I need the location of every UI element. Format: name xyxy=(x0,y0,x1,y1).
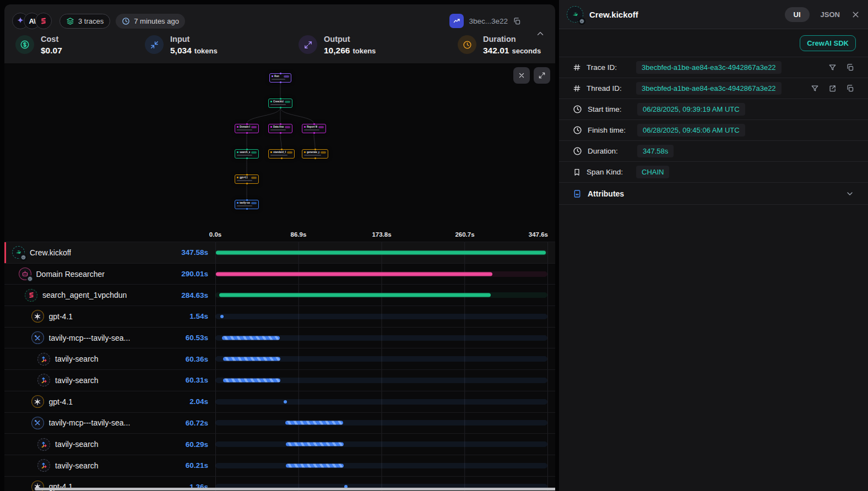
graph-close-button[interactable] xyxy=(513,67,530,84)
span-duration: 2.04s xyxy=(189,397,215,406)
span-bar xyxy=(222,336,280,340)
detail-field-row: Trace ID: 3becbfed-a1be-ae84-ea3c-494286… xyxy=(559,57,868,78)
trace-id-short: 3bec...3e22 xyxy=(469,17,508,25)
stat-suffix: tokens xyxy=(352,47,376,55)
graph-node-label: generate_prompt xyxy=(307,151,319,154)
span-bar xyxy=(284,400,287,403)
stat-label: Duration xyxy=(483,35,541,43)
detail-field-row: Finish time: 06/28/2025, 09:45:06 AM UTC xyxy=(559,120,868,141)
chevron-down-icon[interactable] xyxy=(845,189,854,198)
graph-node-kickoff[interactable]: Crew.kickoff xyxy=(268,99,292,108)
span-bar xyxy=(286,463,343,467)
span-row-label: gpt-4.1 1.54s xyxy=(4,306,215,327)
graph-node-search[interactable]: search_agen... xyxy=(235,149,259,159)
stat-value: $0.07 xyxy=(41,46,62,55)
graph-edges xyxy=(4,63,555,220)
clock-icon xyxy=(573,146,582,156)
stat-value: 5,034 xyxy=(170,46,192,55)
tavily-icon xyxy=(37,438,50,451)
trend-icon xyxy=(449,14,464,28)
collapse-chevron-icon[interactable] xyxy=(535,29,545,39)
json-doc-icon xyxy=(573,189,582,198)
stat-item: Duration 342.01seconds xyxy=(458,35,541,56)
span-track xyxy=(215,264,548,285)
copy-icon[interactable] xyxy=(513,17,521,25)
span-row[interactable]: search_agent_1vpchdun 284.63s xyxy=(4,284,555,305)
filter-icon[interactable] xyxy=(811,84,819,92)
stat-item: Output 10,266tokens xyxy=(299,35,458,56)
traces-count-label: 3 traces xyxy=(78,17,104,25)
span-row-label: tavily-mcp---tavily-sea... 60.72s xyxy=(4,413,215,434)
external-link-icon[interactable] xyxy=(828,84,837,92)
span-row[interactable]: gpt-4.1 2.04s xyxy=(4,391,555,412)
span-name: gpt-4.1 xyxy=(49,312,73,321)
graph-node-domain[interactable]: Domain Research... xyxy=(235,124,259,133)
span-row-label: tavily-search 60.36s xyxy=(4,348,215,369)
field-value: 06/28/2025, 09:39:19 AM UTC xyxy=(637,103,745,116)
graph-node-label: Data Analyst xyxy=(273,126,284,128)
axis-tick: 86.9s xyxy=(291,231,307,238)
span-duration: 60.21s xyxy=(186,461,215,470)
crewai-icon xyxy=(567,6,583,23)
span-bar xyxy=(285,421,343,425)
hash-icon xyxy=(573,84,581,92)
graph-node-run[interactable]: Run xyxy=(269,73,291,83)
span-row[interactable]: Domain Researcher 290.01s xyxy=(4,263,555,285)
graph-node-standard[interactable]: standard_Prompt xyxy=(268,149,295,159)
trace-id-chip[interactable]: 3bec...3e22 xyxy=(449,14,521,28)
span-row[interactable]: tavily-mcp---tavily-sea... 60.53s xyxy=(4,327,555,348)
span-row[interactable]: tavily-search 60.31s xyxy=(4,369,555,391)
layers-icon xyxy=(66,17,74,25)
traces-count-pill[interactable]: 3 traces xyxy=(59,14,110,29)
tools-icon xyxy=(31,417,44,429)
clock-icon xyxy=(573,105,582,114)
span-row[interactable]: tavily-search 60.21s xyxy=(4,455,555,476)
tavily-icon xyxy=(37,374,50,386)
field-value: 06/28/2025, 09:45:06 AM UTC xyxy=(637,124,745,137)
arrows-out-icon xyxy=(299,35,317,54)
trace-stats: Cost $0.07 Input 5,034tokens Output 10,2… xyxy=(4,30,555,56)
copy-icon[interactable] xyxy=(846,84,854,92)
span-row[interactable]: Crew.kickoff 347.58s xyxy=(4,242,555,263)
detail-field-row: Thread ID: 3becbfed-a1be-ae84-ea3c-49428… xyxy=(559,78,868,99)
tavily-icon xyxy=(37,459,50,472)
span-name: search_agent_1vpchdun xyxy=(42,291,127,299)
span-row[interactable]: gpt-4.1 1.54s xyxy=(4,305,555,327)
span-row-label: search_agent_1vpchdun 284.63s xyxy=(4,285,215,305)
graph-node-tavily[interactable]: tavily-search xyxy=(235,200,259,209)
close-icon[interactable] xyxy=(851,10,860,19)
field-label: Thread ID: xyxy=(587,84,631,92)
graph-node-gpt[interactable]: gpt-4.1 xyxy=(235,174,259,184)
attributes-section[interactable]: Attributes xyxy=(559,183,868,205)
filter-icon[interactable] xyxy=(828,63,837,72)
span-waterfall: Crew.kickoff 347.58s Domain Researcher 2… xyxy=(4,242,555,491)
span-name: gpt-4.1 xyxy=(49,397,73,406)
tab-ui[interactable]: UI xyxy=(785,7,810,22)
horizontal-scrollbar[interactable] xyxy=(35,488,555,490)
stat-label: Output xyxy=(324,35,376,43)
span-track-tint xyxy=(215,314,547,319)
field-label: Start time: xyxy=(588,105,632,113)
time-ago-pill[interactable]: 7 minutes ago xyxy=(116,14,185,29)
span-row-label: tavily-search 60.21s xyxy=(4,455,215,476)
graph-node-generate[interactable]: generate_prompt xyxy=(302,149,328,159)
span-duration: 60.36s xyxy=(186,355,215,363)
graph-node-data[interactable]: Data Analyst xyxy=(268,124,292,133)
span-row[interactable]: tavily-search 60.29s xyxy=(4,433,555,455)
trace-topbar: A\ 3 traces 7 minutes ago 3bec...3e22 xyxy=(4,4,555,30)
attributes-label: Attributes xyxy=(588,189,624,198)
span-name: tavily-mcp---tavily-sea... xyxy=(49,418,131,427)
graph-node-report[interactable]: Report Writer xyxy=(302,124,326,133)
span-row[interactable]: tavily-search 60.36s xyxy=(4,348,555,369)
graph-node-label: Run xyxy=(274,75,279,78)
span-row[interactable]: tavily-mcp---tavily-sea... 60.72s xyxy=(4,412,555,434)
span-duration: 290.01s xyxy=(181,270,215,278)
span-duration: 60.31s xyxy=(186,376,215,384)
clock-badge-icon xyxy=(20,254,27,261)
stat-label: Input xyxy=(170,35,218,43)
field-actions xyxy=(811,84,854,92)
span-detail-panel: Crew.kickoff UI JSON CrewAI SDK Trace ID… xyxy=(559,0,868,491)
tab-json[interactable]: JSON xyxy=(821,10,840,19)
copy-icon[interactable] xyxy=(846,63,854,72)
graph-expand-button[interactable] xyxy=(534,67,550,84)
